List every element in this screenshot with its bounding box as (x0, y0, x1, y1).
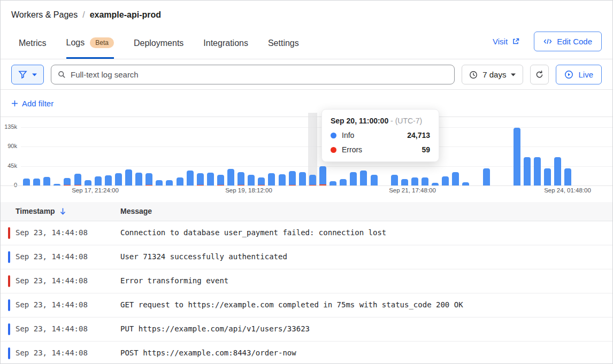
chart-bar[interactable] (309, 175, 316, 185)
chart-bar[interactable] (391, 175, 398, 185)
chart-bar[interactable] (340, 179, 347, 185)
chart-bar[interactable] (207, 173, 214, 185)
chart-bar[interactable] (422, 177, 428, 185)
chart-bar[interactable] (227, 169, 234, 185)
tab-settings[interactable]: Settings (268, 38, 299, 59)
chart-bar[interactable] (524, 157, 531, 185)
chart-bar[interactable] (411, 177, 418, 185)
chart-bar[interactable] (279, 174, 286, 185)
chart-bar[interactable] (483, 168, 490, 185)
log-table: Timestamp Message Sep 23, 14:44:08Connec… (1, 202, 612, 363)
live-label: Live (578, 70, 593, 79)
message-column-header: Message (120, 207, 152, 215)
chart-bar[interactable] (74, 174, 81, 185)
chart-bar[interactable] (95, 176, 102, 185)
log-message: GET request to https://example.com compl… (120, 300, 463, 309)
log-row[interactable]: Sep 23, 14:44:08User 71324 successfully … (1, 245, 612, 269)
tab-deployments[interactable]: Deployments (134, 38, 183, 59)
filter-menu-button[interactable] (11, 65, 44, 84)
y-axis-labels: 135k90k45k0 (1, 118, 19, 202)
chart-bar[interactable] (442, 176, 449, 185)
chart-bar[interactable] (125, 169, 132, 185)
log-row[interactable]: Sep 23, 14:44:08Error transforming event (1, 269, 612, 293)
chart-bar[interactable] (135, 173, 142, 185)
log-timestamp: Sep 23, 14:44:08 (16, 276, 88, 285)
tooltip-title: Sep 20, 11:00:00 - (UTC-7) (331, 117, 430, 125)
time-range-button[interactable]: 7 days (462, 65, 523, 84)
chart-bar[interactable] (299, 172, 306, 185)
chart-bar[interactable] (289, 171, 296, 185)
chart-bar[interactable] (554, 157, 561, 185)
tab-bar: MetricsLogsBetaDeploymentsIntegrationsSe… (19, 37, 299, 59)
log-timestamp: Sep 23, 14:44:08 (16, 324, 88, 333)
tab-integrations[interactable]: Integrations (203, 38, 248, 59)
chart-bar[interactable] (85, 180, 91, 185)
tab-label: Logs (66, 38, 85, 48)
chart-bar[interactable] (105, 175, 112, 185)
log-row[interactable]: Sep 23, 14:44:08GET request to https://e… (1, 293, 612, 317)
chart-bar[interactable] (217, 175, 224, 185)
chart-bar[interactable] (514, 128, 520, 185)
filter-toolbar: 7 days Live (1, 60, 612, 90)
breadcrumb-separator: / (82, 10, 85, 20)
series-color-dot (331, 133, 336, 138)
chart-bar[interactable] (330, 181, 336, 185)
visit-link[interactable]: Visit (493, 37, 520, 46)
chart-bar[interactable] (23, 179, 30, 185)
log-message: PUT https://example.com/api/v1/users/336… (120, 324, 310, 333)
chart-bar[interactable] (145, 173, 152, 185)
chart-bar[interactable] (350, 172, 357, 185)
chart-bar[interactable] (43, 177, 50, 185)
chart-bar[interactable] (268, 173, 275, 185)
add-filter-row: Add filter (1, 90, 612, 117)
time-range-label: 7 days (482, 70, 506, 79)
log-message: User 71324 successfully authenticated (120, 252, 287, 261)
chart-bar[interactable] (534, 157, 541, 185)
add-filter-label: Add filter (22, 99, 53, 108)
refresh-icon (535, 70, 544, 79)
chart-bar[interactable] (177, 177, 183, 185)
play-circle-icon (564, 70, 573, 79)
chart-bar[interactable] (197, 173, 204, 185)
tooltip-timezone: - (UTC-7) (388, 117, 422, 125)
chart-bar[interactable] (115, 173, 122, 185)
chart-bar[interactable] (248, 175, 255, 185)
chart-bar[interactable] (452, 172, 459, 185)
breadcrumb-section[interactable]: Workers & Pages (11, 10, 78, 20)
chart-bar[interactable] (64, 178, 71, 185)
chart-bar[interactable] (33, 179, 40, 185)
chart-bar[interactable] (564, 168, 571, 185)
chart-bar[interactable] (187, 171, 194, 185)
tab-metrics[interactable]: Metrics (19, 38, 47, 59)
series-value: 24,713 (407, 131, 430, 140)
chart-bars[interactable] (21, 118, 612, 185)
external-link-icon (512, 37, 520, 45)
log-row[interactable]: Sep 23, 14:44:08Connection to database u… (1, 221, 612, 245)
log-search-box[interactable] (51, 65, 455, 84)
log-search-input[interactable] (71, 70, 448, 79)
edit-code-button[interactable]: Edit Code (534, 32, 602, 51)
live-button[interactable]: Live (556, 65, 602, 84)
x-axis-labels: Sep 17, 21:24:00Sep 19, 18:12:00Sep 21, … (21, 187, 612, 196)
chart-bar[interactable] (319, 166, 326, 185)
log-timestamp: Sep 23, 14:44:08 (16, 252, 88, 261)
timestamp-column-header[interactable]: Timestamp (16, 207, 66, 215)
chart-bar[interactable] (544, 168, 551, 185)
tab-logs[interactable]: LogsBeta (66, 37, 114, 59)
beta-badge: Beta (90, 37, 114, 48)
chart-bar[interactable] (166, 180, 173, 185)
log-row[interactable]: Sep 23, 14:44:08POST https://example.com… (1, 342, 612, 363)
chart-bar[interactable] (360, 171, 367, 185)
log-volume-chart[interactable]: 135k90k45k0 Sep 17, 21:24:00Sep 19, 18:1… (1, 118, 612, 202)
chart-bar[interactable] (237, 172, 244, 185)
visit-label: Visit (493, 37, 508, 46)
chart-bar[interactable] (371, 175, 378, 185)
chart-bar[interactable] (258, 177, 265, 185)
refresh-button[interactable] (530, 65, 549, 84)
log-row[interactable]: Sep 23, 14:44:08PUT https://example.com/… (1, 317, 612, 342)
edit-code-label: Edit Code (557, 37, 592, 46)
chart-bar[interactable] (401, 179, 408, 185)
log-timestamp: Sep 23, 14:44:08 (16, 228, 88, 237)
add-filter-button[interactable]: Add filter (11, 99, 53, 108)
chart-bar[interactable] (156, 180, 163, 185)
